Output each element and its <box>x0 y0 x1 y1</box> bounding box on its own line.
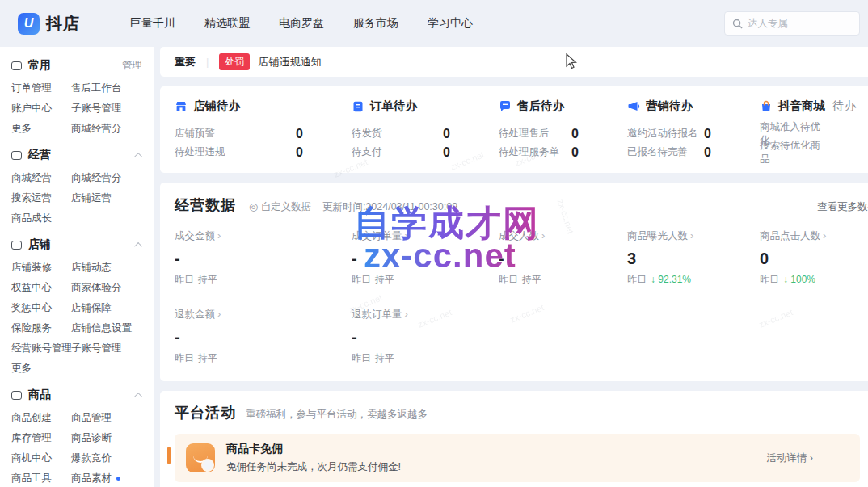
todo-value[interactable]: 0 <box>571 127 579 141</box>
metric-value: - <box>352 250 482 268</box>
metric-refund-amount[interactable]: 退款金额› - 昨日持平 <box>175 308 352 365</box>
sidebar-item-opportunity-center[interactable]: 商机中心 <box>11 451 71 465</box>
chevron-right-icon: › <box>217 308 221 320</box>
sidebar-item-product-tools[interactable]: 商品工具 <box>11 472 71 485</box>
todo-row[interactable]: 店铺预警 0 <box>175 124 352 143</box>
metric-value: - <box>175 328 335 346</box>
metric-label[interactable]: 成交人数 <box>499 230 539 241</box>
search-box[interactable] <box>724 11 860 36</box>
nav-item-dianshangluopan[interactable]: 电商罗盘 <box>279 16 324 31</box>
todo-row[interactable]: 待处理服务单 0 <box>499 143 627 162</box>
metric-deal-orders[interactable]: 成交订单量› - 昨日持平 <box>352 229 499 287</box>
metric-trend: 持平 <box>375 352 394 363</box>
sidebar-item-shop-guarantee[interactable]: 店铺保障 <box>71 301 142 315</box>
metric-label[interactable]: 退款订单量 <box>352 309 402 320</box>
todo-value[interactable]: 0 <box>704 145 711 160</box>
sidebar-item-subaccount-manage[interactable]: 子账号管理 <box>71 102 142 115</box>
todo-row[interactable]: 待处理违规 0 <box>175 143 352 162</box>
sidebar-item-more[interactable]: 更多 <box>11 362 71 376</box>
todo-row[interactable]: 待支付 0 <box>352 143 499 162</box>
nav-item-juliangqianchuan[interactable]: 巨量千川 <box>130 16 175 31</box>
metric-sub: 昨日 <box>627 274 647 285</box>
todo-title: 营销待办 <box>646 99 693 114</box>
sidebar-item-rights-center[interactable]: 权益中心 <box>11 281 71 295</box>
view-more-data-link[interactable]: 查看更多数据 <box>817 200 868 214</box>
metric-sub: 昨日 <box>175 352 194 363</box>
sidebar-item-mall-score[interactable]: 商城经营分 <box>71 122 142 136</box>
todo-value[interactable]: 0 <box>571 145 579 160</box>
sidebar-item-more[interactable]: 更多 <box>11 122 71 136</box>
sidebar-item-business-account[interactable]: 经营账号管理 <box>11 342 71 355</box>
metric-trend: 持平 <box>198 274 217 285</box>
metric-gmv[interactable]: 成交金额› - 昨日持平 <box>175 229 352 287</box>
important-label: 重要 <box>175 55 196 69</box>
sidebar-item-shop-decorate[interactable]: 店铺装修 <box>11 261 71 275</box>
activity-detail-link[interactable]: 活动详情 › <box>766 451 813 465</box>
notice-text[interactable]: 店铺违规通知 <box>258 55 321 69</box>
chevron-right-icon: › <box>690 229 693 241</box>
search-input[interactable] <box>748 18 845 29</box>
sidebar-item-reward-punish[interactable]: 奖惩中心 <box>11 301 71 315</box>
sidebar-item-mall-operation-score[interactable]: 商城经营分 <box>71 171 142 185</box>
doudian-logo[interactable]: U 抖店 <box>18 13 80 35</box>
notification-dot <box>116 477 120 481</box>
violation-notice-banner[interactable]: 重要 | 处罚 店铺违规通知 <box>160 47 868 77</box>
business-data-title: 经营数据 <box>175 195 236 215</box>
todo-card-marketing: 营销待办 邀约活动待报名 0 已报名待完善 0 <box>627 99 760 162</box>
todo-row[interactable]: 邀约活动待报名 0 <box>627 124 760 143</box>
metric-label[interactable]: 成交订单量 <box>352 230 402 241</box>
sidebar-item-product-manage[interactable]: 商品管理 <box>71 411 142 425</box>
nav-item-jingxuanlianmeng[interactable]: 精选联盟 <box>204 16 250 31</box>
metric-refund-orders[interactable]: 退款订单量› - 昨日持平 <box>352 308 499 365</box>
custom-data-toggle[interactable]: ◎ 自定义数据 <box>249 200 311 214</box>
folder-icon <box>11 61 22 70</box>
metric-deal-users[interactable]: 成交人数› - 昨日持平 <box>499 229 627 287</box>
sidebar-item-hot-bidding[interactable]: 爆款竞价 <box>71 451 142 465</box>
todo-value[interactable]: 0 <box>296 145 303 160</box>
sidebar-item-stock-manage[interactable]: 库存管理 <box>11 431 71 445</box>
sidebar-item-merchant-score[interactable]: 商家体验分 <box>71 281 142 295</box>
nav-item-fuwushichang[interactable]: 服务市场 <box>353 16 398 31</box>
metric-value: - <box>175 250 335 268</box>
todo-value[interactable]: 0 <box>296 127 303 141</box>
sidebar-item-search-operation[interactable]: 搜索运营 <box>11 191 71 205</box>
todo-value[interactable]: 0 <box>443 145 450 160</box>
sidebar-item-product-create[interactable]: 商品创建 <box>11 411 71 425</box>
sidebar-item-shop-info-setting[interactable]: 店铺信息设置 <box>71 321 142 335</box>
sidebar-item-shop-news[interactable]: 店铺动态 <box>71 261 142 275</box>
metric-label[interactable]: 商品点击人数 <box>760 230 820 241</box>
sidebar-item-mall-operation[interactable]: 商城经营 <box>11 171 71 185</box>
metric-trend: 持平 <box>522 274 541 285</box>
metric-sub: 昨日 <box>175 274 194 285</box>
sidebar-item-product-material[interactable]: 商品素材 <box>71 472 142 485</box>
metric-exposure-users[interactable]: 商品曝光人数› 3 昨日↓ 92.31% <box>627 229 760 287</box>
sidebar-item-aftersale-workbench[interactable]: 售后工作台 <box>71 82 142 95</box>
todo-row[interactable]: 已报名待完善 0 <box>627 143 760 162</box>
todo-row[interactable]: 搜索待优化商品 <box>760 143 868 162</box>
sidebar-item-order-manage[interactable]: 订单管理 <box>11 82 71 95</box>
todo-row[interactable]: 待发货 0 <box>352 124 499 143</box>
doudian-logo-icon: U <box>18 13 40 35</box>
metric-label[interactable]: 商品曝光人数 <box>627 230 688 241</box>
sidebar-item-product-diagnose[interactable]: 商品诊断 <box>71 431 142 445</box>
metric-sub: 昨日 <box>352 274 371 285</box>
todo-cards-row: 店铺待办 店铺预警 0 待处理违规 0 订单待办 待发货 <box>160 86 868 173</box>
manage-link[interactable]: 管理 <box>122 59 142 73</box>
todo-value[interactable]: 0 <box>443 127 450 141</box>
sidebar-item-subaccount-manage[interactable]: 子账号管理 <box>71 342 142 355</box>
metric-label[interactable]: 退款金额 <box>175 309 215 320</box>
todo-label: 待支付 <box>352 145 443 159</box>
nav-item-xuexizhongxin[interactable]: 学习中心 <box>428 16 473 31</box>
activity-banner[interactable]: 商品卡免佣 免佣任务尚未完成，次月仍需支付佣金! 活动详情 › <box>175 434 860 482</box>
todo-value[interactable]: 0 <box>704 127 711 141</box>
todo-label: 店铺预警 <box>175 127 296 141</box>
metric-click-users[interactable]: 商品点击人数› 0 昨日↓ 100% <box>760 229 868 287</box>
sidebar-item-product-growth[interactable]: 商品成长 <box>11 212 71 225</box>
metric-label[interactable]: 成交金额 <box>175 230 215 241</box>
sidebar-item-account-center[interactable]: 账户中心 <box>11 102 71 115</box>
todo-title: 店铺待办 <box>193 99 240 114</box>
todo-row[interactable]: 待处理售后 0 <box>499 124 627 143</box>
sidebar-item-insurance[interactable]: 保险服务 <box>11 321 71 335</box>
todo-label: 邀约活动待报名 <box>627 127 704 141</box>
sidebar-item-shop-operation[interactable]: 店铺运营 <box>71 191 142 205</box>
